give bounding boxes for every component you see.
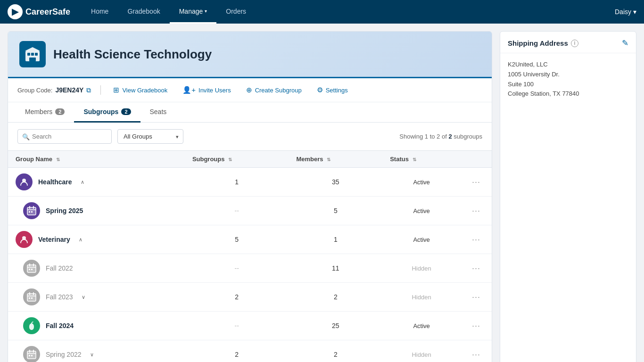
nav-orders[interactable]: Orders <box>216 0 256 24</box>
address-line2: Suite 100 <box>508 80 628 90</box>
dropdown-wrap: All Groups Active Hidden ▾ <box>117 129 183 144</box>
nav-user-menu[interactable]: Daisy ▾ <box>615 8 636 16</box>
sidebar-address: K2United, LLC 1005 University Dr. Suite … <box>500 53 636 106</box>
row-avatar <box>23 288 40 305</box>
table-row: Fall 2023 ∨ 2 2 Hidden ··· <box>8 283 492 312</box>
row-name-cell: Healthcare ∧ <box>16 173 177 190</box>
row-actions: ··· <box>461 225 492 254</box>
col-subgroups[interactable]: Subgroups ⇅ <box>185 151 289 168</box>
address-line3: College Station, TX 77840 <box>508 89 628 99</box>
svg-rect-10 <box>29 211 30 213</box>
row-subgroups: 2 <box>185 283 289 312</box>
tab-seats[interactable]: Seats <box>140 102 176 123</box>
address-line1: 1005 University Dr. <box>508 70 628 80</box>
search-icon: 🔍 <box>22 133 30 140</box>
row-name-cell: Fall 2023 ∨ <box>23 288 177 305</box>
table-row: Fall 2024 -- 25 Active ··· <box>8 312 492 340</box>
row-name[interactable]: Veterinary <box>38 236 70 243</box>
edit-address-icon[interactable]: ✎ <box>622 38 628 48</box>
row-name[interactable]: Fall 2022 <box>46 264 73 272</box>
expand-icon[interactable]: ∧ <box>79 237 83 243</box>
invite-users-button[interactable]: 👤+ Invite Users <box>180 84 233 96</box>
col-status[interactable]: Status ⇅ <box>382 151 461 168</box>
expand-icon[interactable]: ∨ <box>82 294 85 300</box>
row-actions: ··· <box>461 254 492 283</box>
row-name[interactable]: Fall 2024 <box>46 322 74 329</box>
expand-icon[interactable]: ∨ <box>90 352 94 358</box>
table-row: Spring 2025 -- 5 Active ··· <box>8 197 492 225</box>
row-actions: ··· <box>461 197 492 225</box>
info-icon[interactable]: i <box>571 40 578 47</box>
subgroups-badge: 2 <box>121 108 131 115</box>
row-avatar <box>23 317 40 334</box>
row-name-cell: Spring 2022 ∨ <box>23 346 177 362</box>
row-status: Active <box>382 225 461 254</box>
subgroup-icon: ⊕ <box>246 86 252 94</box>
row-members: 5 <box>289 197 382 225</box>
svg-rect-32 <box>29 355 30 356</box>
row-menu-button[interactable]: ··· <box>468 349 484 361</box>
navbar: ▶ CareerSafe Home Gradebook Manage ▾ Ord… <box>0 0 644 24</box>
svg-rect-4 <box>29 58 36 61</box>
col-group-name[interactable]: Group Name ⇅ <box>8 151 185 168</box>
group-icon <box>19 41 46 67</box>
row-menu-button[interactable]: ··· <box>468 291 484 303</box>
row-members: 1 <box>289 225 382 254</box>
row-actions: ··· <box>461 168 492 197</box>
table-row: Veterinary ∧ 5 1 Active ··· <box>8 225 492 254</box>
row-name[interactable]: Fall 2023 <box>46 293 73 301</box>
logo[interactable]: ▶ CareerSafe <box>8 4 70 19</box>
groups-filter-dropdown[interactable]: All Groups Active Hidden <box>117 129 183 144</box>
nav-home[interactable]: Home <box>82 0 118 24</box>
row-subgroups: 1 <box>185 168 289 197</box>
manage-chevron-icon: ▾ <box>205 8 207 14</box>
svg-rect-2 <box>31 53 34 56</box>
row-status: Active <box>382 168 461 197</box>
svg-rect-19 <box>31 269 33 270</box>
col-members[interactable]: Members ⇅ <box>289 151 382 168</box>
settings-button[interactable]: ⚙ Settings <box>314 84 351 96</box>
row-menu-button[interactable]: ··· <box>468 205 484 217</box>
create-subgroup-button[interactable]: ⊕ Create Subgroup <box>243 84 305 96</box>
group-title: Health Science Technology <box>53 47 212 62</box>
row-avatar <box>23 346 40 362</box>
showing-text: Showing 1 to 2 of 2 subgroups <box>399 133 482 140</box>
copy-icon[interactable]: ⧉ <box>86 86 91 94</box>
row-menu-button[interactable]: ··· <box>468 176 484 188</box>
main-panel: Health Science Technology Group Code: J9… <box>8 31 492 362</box>
group-code-label: Group Code: <box>17 87 52 94</box>
row-name[interactable]: Healthcare <box>38 178 72 186</box>
table-header-row: Group Name ⇅ Subgroups ⇅ Members ⇅ Statu… <box>8 151 492 168</box>
nav-gradebook[interactable]: Gradebook <box>118 0 169 24</box>
svg-rect-18 <box>29 269 30 270</box>
tab-subgroups[interactable]: Subgroups 2 <box>74 102 140 123</box>
row-avatar <box>23 202 40 219</box>
row-members: 11 <box>289 254 382 283</box>
row-members: 25 <box>289 312 382 340</box>
tabs: Members 2 Subgroups 2 Seats <box>8 102 492 123</box>
expand-icon[interactable]: ∧ <box>81 179 84 185</box>
invite-icon: 👤+ <box>182 86 196 94</box>
toolbar: Group Code: J9EN24Y ⧉ ⊞ View Gradebook 👤… <box>8 78 492 102</box>
svg-rect-33 <box>31 355 33 356</box>
logo-icon: ▶ <box>8 4 23 19</box>
row-avatar <box>16 173 33 190</box>
logo-text: CareerSafe <box>25 7 70 17</box>
row-name[interactable]: Spring 2022 <box>46 351 82 358</box>
address-company: K2United, LLC <box>508 60 628 70</box>
nav-manage[interactable]: Manage ▾ <box>170 0 217 24</box>
search-input[interactable] <box>17 129 112 144</box>
row-menu-button[interactable]: ··· <box>468 234 484 246</box>
row-subgroups: 5 <box>185 225 289 254</box>
row-subgroups: -- <box>185 197 289 225</box>
view-gradebook-button[interactable]: ⊞ View Gradebook <box>110 84 170 96</box>
row-name[interactable]: Spring 2025 <box>46 207 83 214</box>
tab-members[interactable]: Members 2 <box>16 102 74 123</box>
svg-rect-11 <box>31 211 33 213</box>
row-menu-button[interactable]: ··· <box>468 263 484 274</box>
row-name-cell: Veterinary ∧ <box>16 231 177 248</box>
row-menu-button[interactable]: ··· <box>468 320 484 332</box>
sort-status-icon: ⇅ <box>413 157 416 162</box>
user-chevron-icon: ▾ <box>633 8 636 16</box>
gradebook-icon: ⊞ <box>113 86 119 94</box>
